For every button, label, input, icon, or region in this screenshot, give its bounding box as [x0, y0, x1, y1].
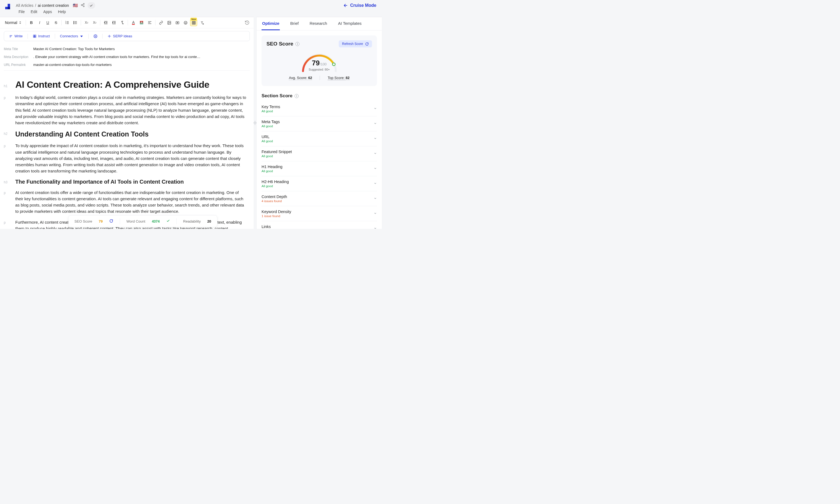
doc-paragraph[interactable]: AI content creation tools offer a wide r…: [15, 190, 246, 215]
refresh-icon[interactable]: [109, 219, 113, 224]
svg-point-5: [83, 6, 84, 7]
url-permalink-input[interactable]: master-ai-content-creation-top-tools-for…: [33, 62, 112, 67]
cruise-mode-button[interactable]: Cruise Mode: [343, 3, 376, 8]
meta-desc-input[interactable]: . Elevate your content strategy with AI …: [33, 55, 201, 59]
breadcrumb-separator: /: [35, 3, 36, 7]
section-item[interactable]: Meta TagsAll good: [261, 116, 377, 131]
editor-pane: Normal B I U S 123 X2 X2: [0, 17, 254, 229]
svg-point-22: [74, 23, 74, 24]
menu-help[interactable]: Help: [58, 10, 66, 14]
svg-point-4: [81, 5, 82, 6]
bold-icon[interactable]: B: [28, 19, 35, 26]
locale-flag-icon[interactable]: 🇺🇸: [73, 3, 78, 8]
section-item-title: URL: [261, 134, 273, 139]
tab-optimize[interactable]: Optimize: [261, 17, 280, 30]
italic-icon[interactable]: I: [36, 19, 43, 26]
strikethrough-icon[interactable]: S: [52, 19, 59, 26]
doc-h3[interactable]: The Functionality and Importance of AI T…: [15, 179, 184, 185]
svg-point-21: [74, 22, 74, 23]
refresh-score-button[interactable]: Refresh Score: [339, 40, 372, 48]
tab-ai-templates[interactable]: AI Templates: [337, 17, 362, 30]
write-label: Write: [15, 34, 23, 38]
section-item[interactable]: H1 HeadingAll good: [261, 161, 377, 176]
section-item-title: Meta Tags: [261, 120, 280, 124]
instruct-button[interactable]: Instruct: [31, 33, 52, 39]
history-icon[interactable]: [243, 19, 251, 26]
info-icon[interactable]: i: [294, 94, 298, 98]
section-item[interactable]: Links2 issues found: [261, 221, 377, 229]
section-item[interactable]: URLAll good: [261, 131, 377, 146]
link-icon[interactable]: [157, 19, 165, 26]
ordered-list-icon[interactable]: 123: [64, 19, 71, 26]
highlight-color-icon[interactable]: A: [138, 19, 145, 26]
chevron-down-icon: [374, 151, 377, 156]
check-icon[interactable]: [88, 2, 95, 9]
image-icon[interactable]: [166, 19, 173, 26]
svg-marker-10: [19, 23, 21, 24]
svg-rect-41: [192, 21, 195, 24]
share-icon[interactable]: [81, 3, 85, 8]
section-item-title: Keyword Density: [261, 210, 291, 214]
seo-score-value: 79: [312, 59, 320, 67]
svg-text:3: 3: [65, 23, 66, 24]
pane-resize-handle[interactable]: [254, 17, 256, 229]
emoji-icon[interactable]: [182, 19, 189, 26]
table-icon[interactable]: New: [190, 19, 197, 26]
connectors-label: Connectors: [60, 34, 78, 38]
svg-point-20: [74, 21, 74, 22]
menu-edit[interactable]: Edit: [31, 10, 37, 14]
outdent-icon[interactable]: [102, 19, 109, 26]
svg-rect-54: [35, 36, 36, 37]
underline-icon[interactable]: U: [44, 19, 51, 26]
status-seo-value: 79: [99, 219, 103, 223]
svg-rect-1: [7, 4, 10, 7]
section-item[interactable]: H2-H6 HeadingAll good: [261, 176, 377, 191]
clear-format-icon[interactable]: [198, 19, 205, 26]
svg-point-40: [186, 22, 186, 22]
section-item-status: All good: [261, 155, 292, 158]
doc-paragraph[interactable]: In today's digital world, content creati…: [15, 94, 246, 126]
seo-score-title: SEO Score: [267, 41, 293, 47]
section-item-status: All good: [261, 184, 289, 188]
unordered-list-icon[interactable]: [72, 19, 79, 26]
refresh-score-label: Refresh Score: [342, 42, 363, 46]
chevron-down-icon: [374, 137, 377, 141]
superscript-icon[interactable]: X2: [91, 19, 98, 26]
section-item-title: Content Depth: [261, 195, 287, 199]
breadcrumb-current[interactable]: ai content creation: [38, 3, 69, 7]
text-direction-icon[interactable]: [119, 19, 126, 26]
settings-icon[interactable]: [91, 33, 100, 39]
info-icon[interactable]: i: [295, 42, 299, 46]
doc-h2[interactable]: Understanding AI Content Creation Tools: [15, 130, 149, 138]
serp-ideas-button[interactable]: SERP Ideas: [105, 33, 135, 39]
avg-score: Avg. Score: 62: [289, 76, 312, 80]
tab-brief[interactable]: Brief: [290, 17, 299, 30]
svg-marker-9: [19, 21, 21, 22]
doc-h1[interactable]: AI Content Creation: A Comprehensive Gui…: [15, 79, 209, 90]
status-wc-value: 4374: [152, 219, 160, 223]
meta-desc-label: Meta Description: [4, 55, 33, 59]
paragraph-style-select[interactable]: Normal: [3, 19, 24, 26]
text-color-icon[interactable]: A: [130, 19, 137, 26]
svg-point-56: [95, 36, 96, 37]
indent-icon[interactable]: [110, 19, 118, 26]
doc-paragraph[interactable]: To truly appreciate the impact of AI con…: [15, 143, 246, 174]
svg-line-6: [82, 4, 83, 5]
document-body[interactable]: h1AI Content Creation: A Comprehensive G…: [0, 73, 254, 229]
top-score: Top Score: 82: [328, 76, 349, 80]
subscript-icon[interactable]: X2: [83, 19, 90, 26]
align-icon[interactable]: [146, 19, 153, 26]
section-item[interactable]: Key TermsAll good: [261, 101, 377, 116]
meta-title-input[interactable]: Master AI Content Creation: Top Tools fo…: [33, 47, 115, 51]
menu-file[interactable]: File: [19, 10, 25, 14]
tab-research[interactable]: Research: [309, 17, 328, 30]
meta-fields: Meta Title Master AI Content Creation: T…: [0, 44, 254, 73]
section-item[interactable]: Keyword Density1 issue found: [261, 206, 377, 221]
breadcrumb-root[interactable]: All Articles: [16, 3, 34, 7]
section-item[interactable]: Content Depth4 issues found: [261, 191, 377, 206]
connectors-button[interactable]: Connectors: [58, 33, 86, 39]
write-button[interactable]: Write: [7, 33, 25, 39]
section-item[interactable]: Featured SnippetAll good: [261, 146, 377, 161]
video-icon[interactable]: [174, 19, 181, 26]
menu-apps[interactable]: Apps: [44, 10, 52, 14]
